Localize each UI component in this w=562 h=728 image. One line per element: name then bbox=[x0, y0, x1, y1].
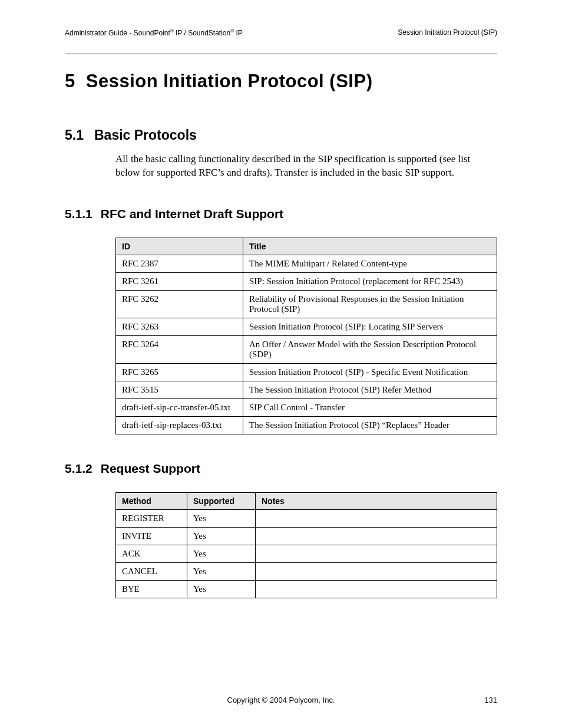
table-row: RFC 3261SIP: Session Initiation Protocol… bbox=[116, 272, 497, 290]
table-row: RFC 3263Session Initiation Protocol (SIP… bbox=[116, 318, 497, 335]
cell-title: The MIME Multipart / Related Content-typ… bbox=[243, 255, 497, 272]
cell-supported: Yes bbox=[187, 527, 256, 545]
cell-method: CANCEL bbox=[116, 562, 187, 580]
table-row: draft-ietf-sip-replaces-03.txtThe Sessio… bbox=[116, 416, 497, 434]
table-row: RFC 3265Session Initiation Protocol (SIP… bbox=[116, 363, 497, 381]
col-header-method: Method bbox=[116, 492, 187, 509]
col-header-supported: Supported bbox=[187, 492, 256, 509]
rfc-table-container: ID Title RFC 2387The MIME Multipart / Re… bbox=[115, 238, 497, 434]
running-header: Administrator Guide - SoundPoint® IP / S… bbox=[65, 28, 497, 37]
rfc-table: ID Title RFC 2387The MIME Multipart / Re… bbox=[115, 238, 497, 434]
subsection-heading: 5.1.1 RFC and Internet Draft Support bbox=[65, 207, 497, 221]
footer: Copyright © 2004 Polycom, Inc. 131 bbox=[65, 696, 497, 704]
header-right: Session Initiation Protocol (SIP) bbox=[398, 28, 497, 37]
chapter-number: 5 bbox=[65, 71, 75, 92]
cell-supported: Yes bbox=[187, 562, 256, 580]
cell-notes bbox=[256, 562, 497, 580]
section-heading: 5.1 Basic Protocols bbox=[65, 127, 497, 143]
table-header-row: ID Title bbox=[116, 238, 497, 255]
chapter-title: Session Initiation Protocol (SIP) bbox=[86, 71, 373, 92]
cell-title: Session Initiation Protocol (SIP) - Spec… bbox=[243, 363, 497, 381]
cell-supported: Yes bbox=[187, 580, 256, 598]
cell-id: RFC 2387 bbox=[116, 255, 243, 272]
paragraph: All the basic calling functionality desc… bbox=[115, 153, 497, 180]
cell-notes bbox=[256, 580, 497, 598]
cell-method: INVITE bbox=[116, 527, 187, 545]
table-row: INVITEYes bbox=[116, 527, 497, 545]
cell-title: The Session Initiation Protocol (SIP) “R… bbox=[243, 416, 497, 434]
cell-supported: Yes bbox=[187, 545, 256, 562]
col-header-title: Title bbox=[243, 238, 497, 255]
cell-title: Session Initiation Protocol (SIP): Locat… bbox=[243, 318, 497, 335]
section-body: All the basic calling functionality desc… bbox=[115, 153, 497, 180]
cell-notes bbox=[256, 545, 497, 562]
table-row: RFC 2387The MIME Multipart / Related Con… bbox=[116, 255, 497, 272]
subsection-heading: 5.1.2 Request Support bbox=[65, 462, 497, 476]
cell-id: RFC 3265 bbox=[116, 363, 243, 381]
cell-title: An Offer / Answer Model with the Session… bbox=[243, 335, 497, 363]
copyright: Copyright © 2004 Polycom, Inc. bbox=[227, 696, 335, 704]
header-rule bbox=[65, 54, 497, 54]
cell-id: draft-ietf-sip-cc-transfer-05.txt bbox=[116, 398, 243, 416]
table-row: RFC 3264An Offer / Answer Model with the… bbox=[116, 335, 497, 363]
table-row: RFC 3515The Session Initiation Protocol … bbox=[116, 381, 497, 398]
table-row: RFC 3262Reliability of Provisional Respo… bbox=[116, 290, 497, 318]
header-left: Administrator Guide - SoundPoint® IP / S… bbox=[65, 28, 243, 37]
cell-title: Reliability of Provisional Responses in … bbox=[243, 290, 497, 318]
subsection-title: Request Support bbox=[101, 462, 200, 476]
cell-title: The Session Initiation Protocol (SIP) Re… bbox=[243, 381, 497, 398]
col-header-notes: Notes bbox=[256, 492, 497, 509]
request-table-container: Method Supported Notes REGISTERYes INVIT… bbox=[115, 492, 497, 598]
table-row: REGISTERYes bbox=[116, 509, 497, 527]
cell-id: RFC 3262 bbox=[116, 290, 243, 318]
cell-id: draft-ietf-sip-replaces-03.txt bbox=[116, 416, 243, 434]
cell-id: RFC 3264 bbox=[116, 335, 243, 363]
subsection-title: RFC and Internet Draft Support bbox=[101, 207, 283, 221]
table-header-row: Method Supported Notes bbox=[116, 492, 497, 509]
page-number: 131 bbox=[484, 696, 497, 704]
page: Administrator Guide - SoundPoint® IP / S… bbox=[0, 0, 562, 728]
table-row: ACKYes bbox=[116, 545, 497, 562]
section-number: 5.1 bbox=[65, 127, 84, 143]
table-row: draft-ietf-sip-cc-transfer-05.txtSIP Cal… bbox=[116, 398, 497, 416]
table-row: CANCELYes bbox=[116, 562, 497, 580]
section-title: Basic Protocols bbox=[94, 127, 197, 143]
chapter-heading: 5 Session Initiation Protocol (SIP) bbox=[65, 71, 497, 92]
cell-title: SIP Call Control - Transfer bbox=[243, 398, 497, 416]
table-row: BYEYes bbox=[116, 580, 497, 598]
cell-method: REGISTER bbox=[116, 509, 187, 527]
cell-supported: Yes bbox=[187, 509, 256, 527]
subsection-number: 5.1.1 bbox=[65, 207, 92, 221]
subsection-number: 5.1.2 bbox=[65, 462, 92, 476]
cell-method: BYE bbox=[116, 580, 187, 598]
col-header-id: ID bbox=[116, 238, 243, 255]
cell-notes bbox=[256, 527, 497, 545]
cell-id: RFC 3261 bbox=[116, 272, 243, 290]
cell-title: SIP: Session Initiation Protocol (replac… bbox=[243, 272, 497, 290]
cell-id: RFC 3515 bbox=[116, 381, 243, 398]
request-table: Method Supported Notes REGISTERYes INVIT… bbox=[115, 492, 497, 598]
cell-method: ACK bbox=[116, 545, 187, 562]
cell-notes bbox=[256, 509, 497, 527]
cell-id: RFC 3263 bbox=[116, 318, 243, 335]
